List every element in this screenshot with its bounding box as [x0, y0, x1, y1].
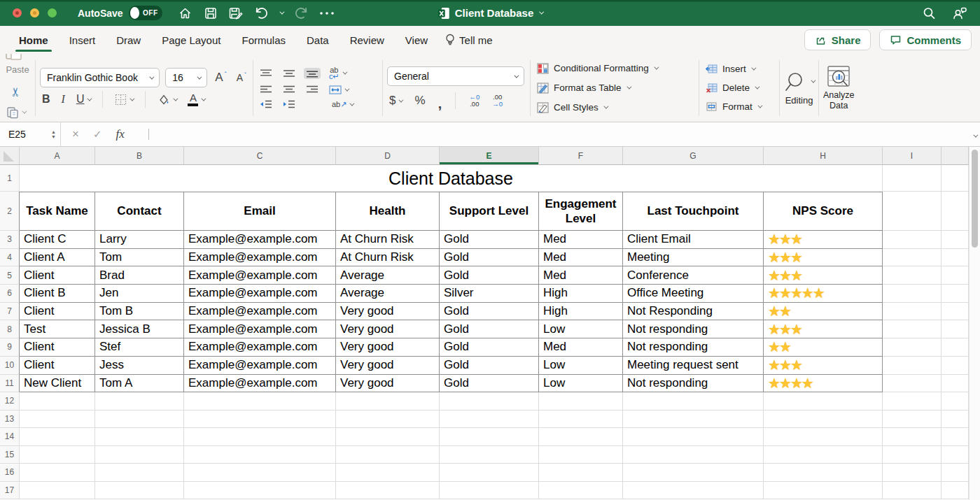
autosave-toggle[interactable]: OFF	[129, 6, 162, 20]
cell-B4[interactable]: Tom	[95, 249, 184, 267]
tab-home[interactable]: Home	[8, 26, 59, 54]
cell-E12[interactable]	[440, 392, 539, 410]
cell-H15[interactable]	[764, 446, 883, 464]
percent-format-button[interactable]: %	[412, 92, 427, 109]
cell-title-A1[interactable]: Client Database	[20, 165, 883, 192]
search-icon[interactable]	[918, 4, 939, 22]
row-header-6[interactable]: 6	[0, 285, 20, 303]
tab-view[interactable]: View	[395, 26, 438, 54]
align-top-button[interactable]	[258, 68, 274, 79]
align-bottom-button[interactable]	[304, 68, 321, 79]
editing-group[interactable]: Editing	[784, 71, 814, 106]
cell-A15[interactable]	[20, 446, 95, 464]
cell-partial-5[interactable]	[941, 266, 969, 285]
comma-format-button[interactable]: ,	[436, 93, 444, 108]
cell-E11[interactable]: Gold	[440, 375, 539, 393]
cell-A17[interactable]	[20, 482, 95, 500]
cell-E7[interactable]: Gold	[440, 303, 539, 321]
cell-I1[interactable]	[883, 165, 941, 192]
row-header-3[interactable]: 3	[0, 231, 20, 249]
undo-menu-chevron-icon[interactable]	[276, 4, 287, 22]
vertical-scrollbar[interactable]	[969, 147, 980, 500]
cell-D8[interactable]: Very good	[336, 320, 440, 338]
cell-A4[interactable]: Client A	[20, 249, 95, 267]
tab-insert[interactable]: Insert	[59, 26, 106, 54]
cell-B17[interactable]	[95, 482, 184, 500]
cell-H11[interactable]: ★★★★	[764, 375, 883, 393]
column-header-D[interactable]: D	[336, 147, 440, 165]
cell-D11[interactable]: Very good	[336, 375, 440, 393]
cell-F15[interactable]	[539, 446, 623, 464]
cell-C7[interactable]: Example@example.com	[184, 303, 336, 321]
cell-styles-button[interactable]: Cell Styles	[535, 101, 694, 115]
cell-A6[interactable]: Client B	[20, 285, 95, 303]
header-cell-G2[interactable]: Last Touchpoint	[623, 192, 764, 231]
cell-E15[interactable]	[440, 446, 539, 464]
cell-partial-13[interactable]	[941, 410, 969, 429]
paste-button[interactable]: Paste	[4, 54, 31, 75]
cell-E8[interactable]: Gold	[440, 320, 539, 338]
column-header-B[interactable]: B	[95, 147, 184, 165]
cell-C4[interactable]: Example@example.com	[184, 249, 336, 267]
cell-C12[interactable]	[184, 392, 336, 410]
column-header-E[interactable]: E	[440, 147, 539, 165]
cell-I3[interactable]	[883, 231, 941, 249]
cell-partial-1[interactable]	[941, 165, 969, 192]
cell-D10[interactable]: Very good	[336, 357, 440, 375]
cell-D5[interactable]: Average	[336, 266, 440, 285]
cell-I7[interactable]	[883, 303, 941, 321]
cell-E16[interactable]	[440, 464, 539, 482]
cell-partial-7[interactable]	[941, 303, 969, 321]
cell-H14[interactable]	[764, 428, 883, 446]
row-header-2[interactable]: 2	[0, 192, 20, 231]
cell-E4[interactable]: Gold	[440, 249, 539, 267]
cancel-entry-icon[interactable]: ×	[72, 127, 79, 141]
cell-G7[interactable]: Not Responding	[623, 303, 764, 321]
cell-G8[interactable]: Not responding	[623, 320, 764, 338]
cell-B11[interactable]: Tom A	[95, 375, 184, 393]
cell-D9[interactable]: Very good	[336, 338, 440, 357]
align-right-button[interactable]	[304, 84, 321, 95]
column-header-A[interactable]: A	[20, 147, 95, 165]
cell-A8[interactable]: Test	[20, 320, 95, 338]
row-header-11[interactable]: 11	[0, 375, 20, 393]
row-header-16[interactable]: 16	[0, 464, 20, 482]
cell-C13[interactable]	[184, 410, 336, 429]
cell-I9[interactable]	[883, 338, 941, 357]
cell-H6[interactable]: ★★★★★	[764, 285, 883, 303]
cell-I5[interactable]	[883, 266, 941, 285]
cell-B12[interactable]	[95, 392, 184, 410]
share-button[interactable]: Share	[804, 29, 872, 50]
cell-C14[interactable]	[184, 428, 336, 446]
cell-C9[interactable]: Example@example.com	[184, 338, 336, 357]
format-cells-button[interactable]: Format	[704, 100, 775, 113]
font-size-select[interactable]: 16	[165, 68, 207, 87]
increase-decimal-button[interactable]: ←0.00	[467, 92, 482, 109]
formula-input[interactable]	[148, 129, 149, 140]
minimize-window-button[interactable]	[30, 8, 39, 17]
cell-B10[interactable]: Jess	[95, 357, 184, 375]
row-header-14[interactable]: 14	[0, 428, 20, 446]
header-cell-F2[interactable]: Engagement Level	[539, 192, 623, 231]
align-left-button[interactable]	[258, 84, 274, 95]
cell-G10[interactable]: Meeting request sent	[623, 357, 764, 375]
cell-F10[interactable]: Low	[539, 357, 623, 375]
cell-B6[interactable]: Jen	[95, 285, 184, 303]
tab-page-layout[interactable]: Page Layout	[151, 26, 231, 54]
bold-button[interactable]: B	[40, 92, 52, 107]
cell-A3[interactable]: Client C	[20, 231, 95, 249]
cell-A9[interactable]: Client	[20, 338, 95, 357]
zoom-window-button[interactable]	[48, 8, 57, 17]
cell-A11[interactable]: New Client	[20, 375, 95, 393]
analyze-data-button[interactable]: AnalyzeData	[823, 65, 854, 110]
cell-C5[interactable]: Example@example.com	[184, 266, 336, 285]
cell-E10[interactable]: Gold	[440, 357, 539, 375]
cell-C15[interactable]	[184, 446, 336, 464]
row-header-9[interactable]: 9	[0, 338, 20, 357]
comments-button[interactable]: Comments	[879, 29, 972, 50]
row-header-7[interactable]: 7	[0, 303, 20, 321]
decrease-font-button[interactable]: Aˇ	[234, 71, 248, 85]
cell-G13[interactable]	[623, 410, 764, 429]
cell-D4[interactable]: At Churn Risk	[336, 249, 440, 267]
cell-H12[interactable]	[764, 392, 883, 410]
